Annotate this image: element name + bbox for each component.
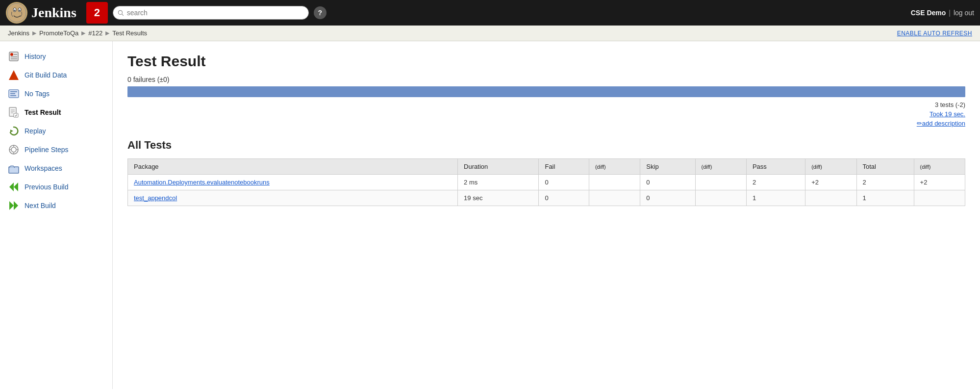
th-fail-diff: (diff) <box>589 159 640 175</box>
table-cell <box>695 175 746 190</box>
table-cell <box>589 175 640 190</box>
sidebar-replay-label: Replay <box>25 127 46 135</box>
search-input[interactable] <box>113 6 309 20</box>
sidebar-item-nextbuild[interactable]: Next Build <box>0 196 112 215</box>
svg-marker-10 <box>9 70 19 80</box>
sidebar-prevbuild-label: Previous Build <box>25 183 69 191</box>
th-total-diff: (diff) <box>914 159 965 175</box>
sidebar-item-history[interactable]: History <box>0 47 112 66</box>
th-fail: Fail <box>539 159 589 175</box>
sidebar-nextbuild-label: Next Build <box>25 202 56 209</box>
test-stats: 3 tests (-2) <box>127 101 965 108</box>
th-package: Package <box>128 159 458 175</box>
breadcrumb: Jenkins ▶ PromoteToQa ▶ #122 ▶ Test Resu… <box>0 26 980 41</box>
table-cell <box>589 190 640 206</box>
svg-point-4 <box>19 10 21 11</box>
table-cell: 2 <box>856 175 914 190</box>
history-icon <box>8 51 20 62</box>
sidebar-item-git[interactable]: Git Build Data <box>0 66 112 84</box>
pipeline-icon <box>8 144 20 156</box>
svg-rect-12 <box>10 91 17 92</box>
td-package: Automation.Deployments.evaluatenotebookr… <box>128 175 458 190</box>
th-duration: Duration <box>458 159 539 175</box>
breadcrumb-build-num[interactable]: #122 <box>88 29 102 37</box>
table-cell: 1 <box>856 190 914 206</box>
svg-marker-29 <box>9 183 14 191</box>
table-cell: 2 <box>746 175 805 190</box>
progress-bar-fill <box>127 86 965 97</box>
svg-rect-5 <box>9 52 18 61</box>
nextbuild-icon <box>8 200 20 211</box>
breadcrumb-arrow-3: ▶ <box>105 30 109 36</box>
breadcrumb-jenkins[interactable]: Jenkins <box>8 29 29 37</box>
svg-point-3 <box>14 10 16 11</box>
svg-marker-31 <box>9 201 14 210</box>
sidebar: History Git Build Data No Tags <box>0 41 113 389</box>
table-row: Automation.Deployments.evaluatenotebookr… <box>128 175 965 190</box>
sidebar-workspaces-label: Workspaces <box>25 164 62 172</box>
notags-icon <box>8 88 20 100</box>
svg-point-23 <box>11 147 16 152</box>
table-cell: +2 <box>805 175 856 190</box>
breadcrumb-test-results: Test Results <box>112 29 147 37</box>
workspaces-icon <box>8 162 20 174</box>
table-cell: 0 <box>539 175 589 190</box>
sidebar-item-notags[interactable]: No Tags <box>0 84 112 103</box>
header: Jenkins 2 ? CSE Demo | log out <box>0 0 980 26</box>
svg-text:✓: ✓ <box>15 114 18 117</box>
table-cell: 1 <box>746 190 805 206</box>
sidebar-history-label: History <box>25 52 46 60</box>
sidebar-git-label: Git Build Data <box>25 71 67 79</box>
jenkins-logo-icon <box>6 2 27 24</box>
table-cell: 19 sec <box>458 190 539 206</box>
failures-label: 0 failures (±0) <box>127 76 965 83</box>
table-header-row: Package Duration Fail (diff) Skip (diff)… <box>128 159 965 175</box>
logout-link[interactable]: log out <box>954 9 974 17</box>
svg-point-6 <box>10 53 13 56</box>
table-cell: +2 <box>914 175 965 190</box>
help-icon[interactable]: ? <box>314 6 327 19</box>
git-icon <box>8 69 20 81</box>
sidebar-pipeline-label: Pipeline Steps <box>25 146 69 154</box>
layout: History Git Build Data No Tags <box>0 41 980 389</box>
svg-rect-13 <box>10 93 15 94</box>
svg-marker-30 <box>14 183 18 191</box>
sidebar-item-replay[interactable]: Replay <box>0 122 112 140</box>
svg-marker-21 <box>10 130 13 132</box>
sidebar-testresult-label: Test Result <box>25 108 61 116</box>
package-link[interactable]: test_appendcol <box>134 194 177 202</box>
sidebar-item-pipeline[interactable]: Pipeline Steps <box>0 140 112 159</box>
table-cell <box>805 190 856 206</box>
th-skip-diff: (diff) <box>695 159 746 175</box>
breadcrumb-promotetqa[interactable]: PromoteToQa <box>39 29 78 37</box>
svg-rect-14 <box>10 95 16 96</box>
table-body: Automation.Deployments.evaluatenotebookr… <box>128 175 965 206</box>
all-tests-title: All Tests <box>127 139 965 152</box>
notification-badge[interactable]: 2 <box>86 2 108 24</box>
table-row: test_appendcol19 sec0011 <box>128 190 965 206</box>
table-cell <box>695 190 746 206</box>
progress-bar <box>127 86 965 97</box>
table-cell <box>914 190 965 206</box>
sidebar-item-workspaces[interactable]: Workspaces <box>0 159 112 178</box>
package-link[interactable]: Automation.Deployments.evaluatenotebookr… <box>134 179 270 186</box>
user-name: CSE Demo <box>911 9 946 17</box>
auto-refresh-link[interactable]: ENABLE AUTO REFRESH <box>897 30 972 37</box>
sidebar-item-prevbuild[interactable]: Previous Build <box>0 178 112 196</box>
th-pass: Pass <box>746 159 805 175</box>
jenkins-title: Jenkins <box>31 5 76 21</box>
table-cell: 0 <box>640 175 695 190</box>
breadcrumb-arrow-2: ▶ <box>81 30 85 36</box>
logo-area: Jenkins <box>6 2 76 24</box>
main-content: Test Result 0 failures (±0) 3 tests (-2)… <box>113 41 980 389</box>
took-link[interactable]: Took 19 sec. <box>127 110 965 118</box>
table-cell: 0 <box>539 190 589 206</box>
sidebar-item-testresult[interactable]: ✓ Test Result <box>0 103 112 122</box>
separator: | <box>949 9 951 17</box>
tests-table: Package Duration Fail (diff) Skip (diff)… <box>127 158 965 206</box>
add-description-link[interactable]: ✏add description <box>127 120 965 127</box>
sidebar-notags-label: No Tags <box>25 90 50 98</box>
search-area <box>113 6 309 20</box>
prevbuild-icon <box>8 181 20 193</box>
svg-point-0 <box>7 3 26 22</box>
